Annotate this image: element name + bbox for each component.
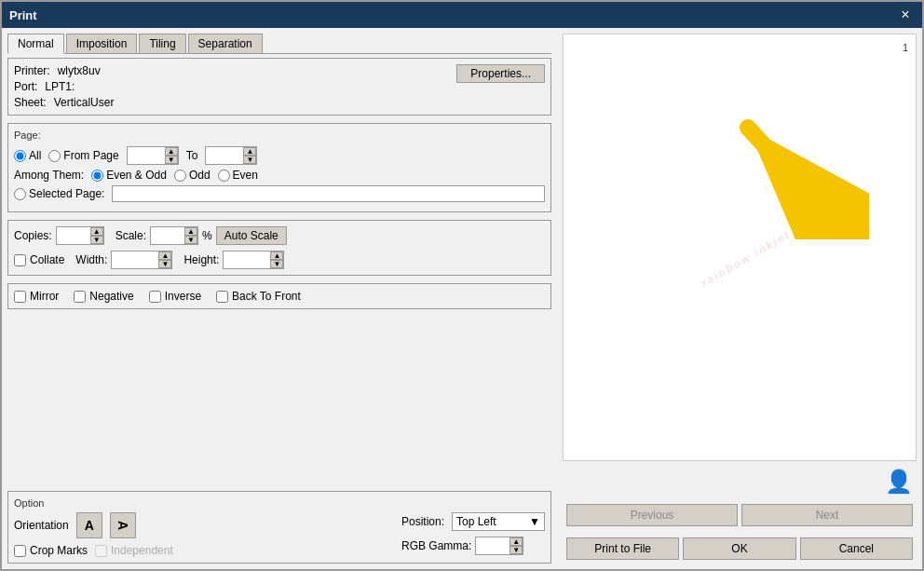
back-to-front-checkbox[interactable] <box>216 291 228 303</box>
width-spinbox[interactable]: 152mm ▲ ▼ <box>111 251 172 269</box>
even-odd-label[interactable]: Even & Odd <box>91 169 167 182</box>
printer-info-box: Printer: wlytx8uv Port: LPT1: Sheet: Ver… <box>7 58 551 116</box>
crop-marks-label[interactable]: Crop Marks <box>14 544 88 557</box>
copies-spinbox[interactable]: 1 ▲ ▼ <box>56 226 104 245</box>
to-page-spinbox[interactable]: 1 ▲ ▼ <box>205 146 257 165</box>
copies-up[interactable]: ▲ <box>90 227 103 236</box>
inverse-label[interactable]: Inverse <box>149 290 201 303</box>
height-input[interactable]: 108.3mm <box>224 252 270 267</box>
negative-checkbox[interactable] <box>74 291 86 303</box>
height-spinbox[interactable]: 108.3mm ▲ ▼ <box>223 251 284 269</box>
copies-row: Copies: 1 ▲ ▼ <box>14 226 104 245</box>
from-page-down[interactable]: ▼ <box>165 156 178 164</box>
copies-down[interactable]: ▼ <box>90 236 103 244</box>
width-input[interactable]: 152mm <box>112 252 158 267</box>
tabs: Normal Imposition Tiling Separation <box>7 34 551 54</box>
all-radio-label[interactable]: All <box>14 149 41 162</box>
selected-page-row: Selected Page: <box>14 185 545 202</box>
all-label: All <box>29 149 41 162</box>
position-row: Position: Top Left ▼ <box>401 512 545 531</box>
printer-label: Printer: <box>14 64 50 77</box>
tab-tiling[interactable]: Tiling <box>139 34 185 53</box>
all-radio[interactable] <box>14 150 26 162</box>
even-radio[interactable] <box>218 170 230 182</box>
tab-imposition[interactable]: Imposition <box>66 34 138 53</box>
odd-label[interactable]: Odd <box>174 169 211 182</box>
close-button[interactable]: × <box>896 6 915 24</box>
position-select[interactable]: Top Left ▼ <box>452 512 545 531</box>
tab-normal[interactable]: Normal <box>7 34 64 54</box>
even-label[interactable]: Even <box>218 169 258 182</box>
odd-radio[interactable] <box>174 170 186 182</box>
from-page-label: From Page <box>63 149 118 162</box>
auto-scale-button[interactable]: Auto Scale <box>216 226 287 245</box>
from-page-spinbox[interactable]: 1 ▲ ▼ <box>127 146 179 165</box>
selected-page-radio-label[interactable]: Selected Page: <box>14 187 104 200</box>
from-page-input[interactable]: 1 <box>128 148 165 163</box>
rgb-up[interactable]: ▲ <box>510 537 523 546</box>
height-up[interactable]: ▲ <box>270 252 283 260</box>
scale-input[interactable]: 100 <box>151 228 184 243</box>
portrait-button[interactable]: A <box>76 512 102 538</box>
independent-checkbox[interactable] <box>95 545 107 557</box>
width-up[interactable]: ▲ <box>158 252 171 260</box>
collate-label: Collate <box>30 253 64 266</box>
option-title: Option <box>14 497 545 509</box>
from-page-spinbox-btns: ▲ ▼ <box>165 147 178 164</box>
height-label: Height: <box>183 253 219 266</box>
port-value: LPT1: <box>45 80 75 93</box>
selected-page-radio[interactable] <box>14 188 26 200</box>
copies-scale-box: Copies: 1 ▲ ▼ Scale: 100 <box>7 220 551 276</box>
print-to-file-button[interactable]: Print to File <box>566 537 679 560</box>
rgb-input[interactable]: 1.8 <box>476 538 510 553</box>
crop-row: Crop Marks Independent <box>14 544 173 557</box>
even-odd-radio[interactable] <box>91 170 103 182</box>
orientation-label: Orientation <box>14 519 69 532</box>
to-page-down[interactable]: ▼ <box>243 156 256 164</box>
from-page-radio[interactable] <box>48 150 61 162</box>
to-page-input[interactable]: 1 <box>206 148 243 163</box>
previous-button[interactable]: Previous <box>566 504 738 526</box>
width-down[interactable]: ▼ <box>158 260 171 268</box>
cancel-button[interactable]: Cancel <box>800 537 913 560</box>
preview-page-number: 1 <box>903 42 908 53</box>
print-dialog: Print × Normal Imposition Tiling Separat… <box>0 0 924 571</box>
to-page-up[interactable]: ▲ <box>243 147 256 156</box>
rgb-down[interactable]: ▼ <box>510 546 523 554</box>
back-to-front-label[interactable]: Back To Front <box>216 290 301 303</box>
mirror-checkbox[interactable] <box>14 291 26 303</box>
from-page-up[interactable]: ▲ <box>165 147 178 156</box>
landscape-button[interactable]: A <box>110 512 136 538</box>
independent-label[interactable]: Independent <box>95 544 173 557</box>
among-row: Among Them: Even & Odd Odd Even <box>14 169 545 182</box>
mirror-label[interactable]: Mirror <box>14 290 59 303</box>
scale-spinbox[interactable]: 100 ▲ ▼ <box>150 226 198 245</box>
collate-row: Collate <box>14 253 64 266</box>
rgb-gamma-label: RGB Gamma: <box>401 539 471 552</box>
rgb-spinbox[interactable]: 1.8 ▲ ▼ <box>475 537 523 555</box>
negative-label[interactable]: Negative <box>74 290 133 303</box>
collate-checkbox[interactable] <box>14 254 26 266</box>
nav-buttons: Previous Next <box>563 500 917 530</box>
orientation-row: Orientation A A <box>14 512 173 538</box>
title-bar: Print × <box>2 2 922 28</box>
crop-marks-checkbox[interactable] <box>14 545 26 557</box>
scale-row: Scale: 100 ▲ ▼ % Auto Scale <box>116 226 287 245</box>
printer-value: wlytx8uv <box>58 64 101 77</box>
scale-up[interactable]: ▲ <box>184 227 197 236</box>
inverse-checkbox[interactable] <box>149 291 161 303</box>
rgb-row: RGB Gamma: 1.8 ▲ ▼ <box>401 537 545 555</box>
right-panel: 1 rainbow inkjet 👤 <box>557 28 922 569</box>
ok-button[interactable]: OK <box>683 537 795 560</box>
sheet-label: Sheet: <box>14 96 47 109</box>
tab-separation[interactable]: Separation <box>188 34 263 53</box>
option-main-row: Orientation A A Crop Marks Independ <box>14 512 545 557</box>
from-page-radio-label[interactable]: From Page <box>48 149 118 162</box>
scale-down[interactable]: ▼ <box>184 236 197 244</box>
height-down[interactable]: ▼ <box>270 260 283 268</box>
position-label: Position: <box>401 515 444 528</box>
next-button[interactable]: Next <box>741 504 913 526</box>
selected-page-input[interactable] <box>112 185 545 202</box>
properties-button[interactable]: Properties... <box>456 64 545 83</box>
copies-input[interactable]: 1 <box>57 228 90 243</box>
